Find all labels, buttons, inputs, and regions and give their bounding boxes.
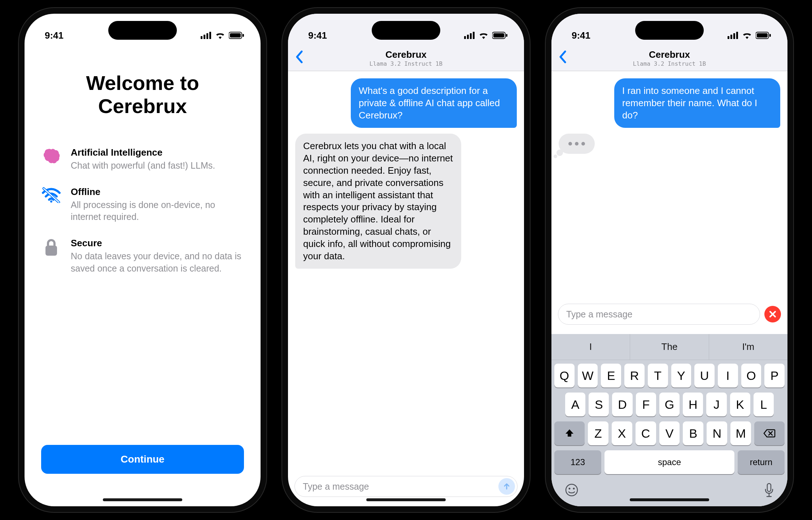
chat-header: Cerebrux Llama 3.2 Instruct 1B [288,46,524,71]
status-time: 9:41 [308,30,327,41]
wifi-icon [479,32,489,39]
dynamic-island [108,21,177,40]
brain-icon [41,147,61,165]
key-d[interactable]: D [612,393,632,416]
svg-rect-3 [209,32,211,39]
key-e[interactable]: E [601,364,621,387]
feature-offline: Offline All processing is done on-device… [41,186,244,224]
svg-rect-1 [204,35,205,39]
chat-title: Cerebrux [370,49,442,60]
chat-header: Cerebrux Llama 3.2 Instruct 1B [551,46,787,71]
feature-desc: No data leaves your device, and no data … [71,250,244,275]
key-g[interactable]: G [659,393,680,416]
status-indicators [464,32,507,39]
svg-rect-10 [45,246,57,256]
backspace-key[interactable] [754,421,785,445]
key-q[interactable]: Q [554,364,575,387]
dynamic-island [635,21,704,40]
key-b[interactable]: B [683,421,703,445]
space-key[interactable]: space [604,450,734,474]
message-thread[interactable]: What's a good description for a private … [288,71,524,471]
svg-rect-13 [470,33,472,39]
home-indicator[interactable] [630,498,709,501]
svg-rect-11 [464,36,466,39]
svg-point-7 [50,200,52,203]
svg-rect-6 [243,34,244,37]
key-u[interactable]: U [694,364,715,387]
key-t[interactable]: T [648,364,668,387]
key-r[interactable]: R [624,364,645,387]
numbers-key[interactable]: 123 [554,450,601,474]
cellular-icon [464,32,475,39]
key-y[interactable]: Y [671,364,691,387]
continue-button[interactable]: Continue [41,445,244,474]
key-c[interactable]: C [636,421,656,445]
shift-key[interactable] [554,421,585,445]
home-indicator[interactable] [103,498,182,501]
dictation-key[interactable] [764,483,774,501]
send-button[interactable] [498,478,515,495]
key-n[interactable]: N [707,421,727,445]
svg-rect-19 [728,36,729,39]
status-time: 9:41 [572,30,590,41]
key-l[interactable]: L [754,393,774,416]
key-h[interactable]: H [683,393,703,416]
keyboard-row-3: ZXCVBNM [554,421,785,445]
svg-rect-14 [473,32,475,39]
svg-rect-17 [506,34,507,37]
suggestion[interactable]: I'm [709,334,787,360]
key-i[interactable]: I [718,364,738,387]
status-indicators [728,32,771,39]
keyboard-row-2: ASDFGHJKL [554,393,785,416]
svg-rect-20 [730,35,732,39]
battery-icon [492,32,507,39]
back-button[interactable] [295,51,303,67]
status-time: 9:41 [45,30,64,41]
chat-model-name: Llama 3.2 Instruct 1B [633,60,706,67]
device-chat: 9:41 Cerebrux Llama 3.2 Instruct 1B What… [281,7,531,513]
clear-button[interactable] [764,306,781,322]
chat-model-name: Llama 3.2 Instruct 1B [370,60,442,67]
assistant-message: Cerebrux lets you chat with a local AI, … [295,134,461,269]
key-z[interactable]: Z [588,421,608,445]
key-m[interactable]: M [730,421,751,445]
key-v[interactable]: V [659,421,680,445]
svg-rect-16 [493,33,504,38]
status-indicators [201,32,244,39]
home-indicator[interactable] [366,498,446,501]
svg-rect-5 [230,33,241,38]
feature-secure: Secure No data leaves your device, and n… [41,238,244,275]
key-f[interactable]: F [636,393,656,416]
emoji-key[interactable] [564,483,579,501]
feature-title: Secure [71,238,244,249]
back-button[interactable] [559,51,567,67]
key-w[interactable]: W [578,364,598,387]
feature-desc: Chat with powerful (and fast!) LLMs. [71,160,215,172]
suggestion[interactable]: I [551,334,630,360]
key-o[interactable]: O [741,364,761,387]
user-message: I ran into someone and I cannot remember… [614,78,780,128]
return-key[interactable]: return [738,450,785,474]
key-k[interactable]: K [730,393,750,416]
svg-point-31 [569,488,571,490]
suggestion-bar: I The I'm [551,334,787,360]
message-input[interactable] [566,309,758,320]
feature-desc: All processing is done on-device, no int… [71,199,244,224]
suggestion[interactable]: The [630,334,708,360]
key-a[interactable]: A [565,393,585,416]
device-chat-typing: 9:41 Cerebrux Llama 3.2 Instruct 1B I ra… [545,7,794,513]
key-x[interactable]: X [612,421,632,445]
cellular-icon [728,32,738,39]
feature-ai: Artificial Intelligence Chat with powerf… [41,147,244,172]
svg-rect-33 [767,484,771,491]
lock-icon [41,238,61,256]
key-p[interactable]: P [764,364,785,387]
battery-icon [756,32,771,39]
key-s[interactable]: S [589,393,609,416]
message-thread[interactable]: I ran into someone and I cannot remember… [551,71,787,299]
message-input[interactable] [302,481,496,492]
keyboard-row-1: QWERTYUIOP [554,364,785,387]
user-message: What's a good description for a private … [351,78,517,128]
key-j[interactable]: J [706,393,726,416]
dynamic-island [372,21,440,40]
